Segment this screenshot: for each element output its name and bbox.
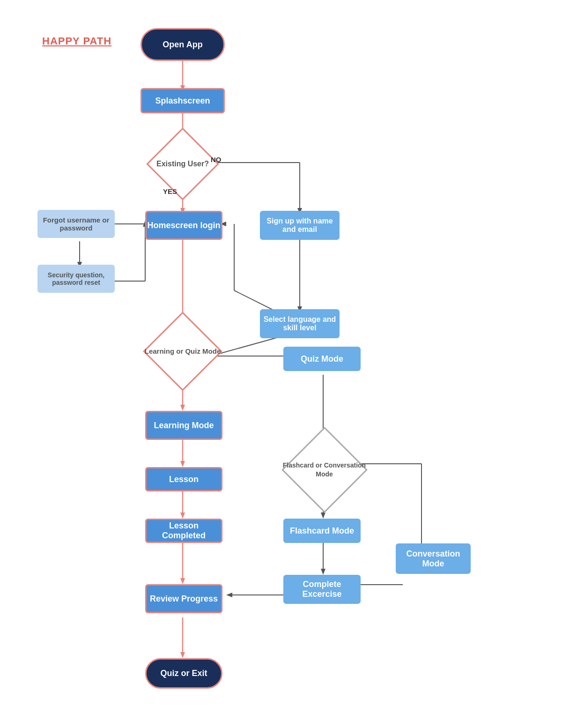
learning-mode-node: Learning Mode	[145, 411, 222, 440]
svg-marker-37	[321, 513, 325, 519]
flashcard-mode-node: Flashcard Mode	[283, 519, 361, 543]
open-app-node: Open App	[140, 28, 225, 61]
no-label: NO	[211, 156, 222, 163]
review-progress-node: Review Progress	[145, 584, 222, 613]
quiz-or-exit-node: Quiz or Exit	[145, 658, 222, 689]
sign-up-node: Sign up with name and email	[260, 211, 340, 240]
svg-marker-44	[226, 593, 232, 597]
svg-marker-33	[180, 652, 185, 658]
security-question-node: Security question, password reset	[37, 265, 115, 293]
homescreen-login-node: Homescreen login	[145, 211, 222, 240]
happy-path-label: HAPPY PATH	[42, 35, 111, 47]
flashcard-conversation-diamond: Flashcard or Conversation Mode	[281, 436, 368, 504]
existing-user-diamond: Existing User?	[143, 136, 222, 192]
select-language-node: Select language and skill level	[260, 309, 340, 338]
learning-quiz-diamond: Learning or Quiz Mode	[143, 319, 222, 384]
quiz-mode-node: Quiz Mode	[283, 347, 361, 371]
svg-marker-23	[180, 405, 185, 411]
svg-marker-42	[321, 569, 325, 575]
flowchart-diagram: HAPPY PATH	[0, 0, 562, 728]
lesson-completed-node: Lesson Completed	[145, 519, 222, 543]
arrows-svg	[0, 0, 562, 728]
forgot-username-node: Forgot username or password	[37, 210, 115, 238]
lesson-node: Lesson	[145, 467, 222, 491]
conversation-mode-node: Conversation Mode	[396, 543, 471, 574]
complete-exercise-node: Complete Excercise	[283, 575, 361, 604]
svg-marker-31	[180, 578, 185, 584]
yes-label: YES	[163, 187, 177, 195]
splashscreen-node: Splashscreen	[140, 88, 225, 113]
svg-marker-29	[180, 513, 185, 519]
svg-marker-27	[180, 461, 185, 467]
